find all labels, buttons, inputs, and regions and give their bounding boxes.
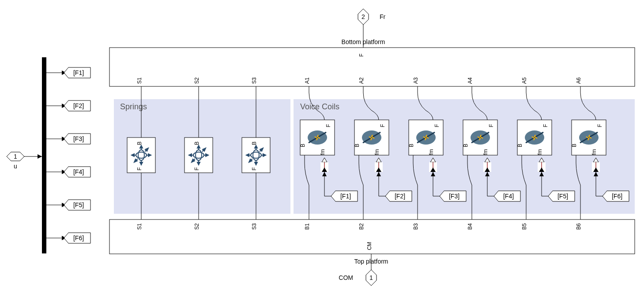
spring-port-B: B [251, 141, 257, 145]
top-platform-port-CM: CM [366, 242, 373, 250]
vc-port-F: F [380, 124, 386, 127]
port-label: A6 [576, 77, 582, 84]
output-port-label: Fr [380, 13, 386, 20]
vc-port-F: F [597, 124, 603, 127]
vc-port-B: B [463, 144, 469, 147]
spring-port-B: B [194, 141, 200, 145]
vc-port-fm: fm [537, 149, 543, 155]
port-label: S1 [136, 223, 143, 230]
goto-tag-F3[interactable]: [F3] [46, 134, 90, 144]
goto-tag-label: [F5] [73, 201, 84, 208]
spring-port-F: F [194, 167, 200, 170]
vc-port-fm: fm [482, 149, 489, 155]
goto-tag-label: [F2] [73, 102, 84, 109]
vc-port-B: B [408, 144, 414, 147]
bottom-platform-port-F: F [358, 53, 365, 56]
output-port-number: 1 [369, 274, 373, 281]
input-port-number: 1 [14, 153, 17, 160]
vc-port-F: F [325, 124, 331, 127]
port-label: A5 [521, 77, 527, 84]
port-label: B6 [576, 223, 582, 230]
from-tag-label: [F4] [503, 193, 514, 200]
from-tag-label: [F2] [395, 193, 405, 200]
port-label: S1 [136, 77, 143, 84]
port-label: A4 [467, 77, 473, 84]
spring-port-B: B [136, 141, 143, 145]
from-tag-label: [F1] [340, 193, 351, 200]
goto-tag-F6[interactable]: [F6] [46, 233, 90, 243]
port-label: B3 [413, 223, 419, 230]
arrowhead [38, 154, 42, 159]
port-label: B1 [304, 223, 310, 230]
goto-tag-label: [F4] [73, 168, 84, 175]
vc-port-B: B [354, 144, 360, 147]
output-port-COM[interactable]: 1 [366, 270, 377, 286]
springs-group-title: Springs [120, 102, 147, 111]
from-tag-label: [F3] [449, 193, 459, 200]
output-port-number: 2 [362, 13, 365, 20]
vc-port-B: B [571, 144, 577, 147]
spring-port-F: F [136, 167, 143, 170]
demux-block[interactable] [42, 57, 46, 253]
vc-port-fm: fm [428, 149, 434, 155]
goto-tag-F1[interactable]: [F1] [46, 67, 90, 78]
port-label: B2 [358, 223, 365, 230]
port-label: S3 [251, 223, 257, 230]
demux-outputs: [F1] [F2] [F3] [F4] [F5] [46, 67, 90, 243]
port-label: B4 [467, 223, 473, 230]
output-port-Fr[interactable]: 2 [358, 9, 369, 25]
input-port[interactable]: 1 [7, 152, 24, 161]
goto-tag-F2[interactable]: [F2] [46, 100, 90, 111]
port-label: S3 [251, 77, 257, 84]
vc-port-F: F [542, 124, 549, 127]
vc-port-fm: fm [374, 149, 380, 155]
bottom-platform-block[interactable] [109, 48, 635, 86]
goto-tag-label: [F1] [73, 69, 84, 76]
input-port-name: u [14, 163, 17, 170]
voicecoils-group-title: Voice Coils [300, 102, 339, 111]
port-label: A1 [304, 77, 310, 84]
output-port-label: COM [339, 274, 353, 281]
vc-port-B: B [517, 144, 523, 147]
port-label: S2 [194, 223, 200, 230]
from-tag-label: [F6] [612, 193, 622, 200]
vc-port-B: B [300, 144, 306, 147]
goto-tag-F5[interactable]: [F5] [46, 200, 90, 210]
bottom-platform-label: Bottom platform [342, 38, 385, 45]
port-label: A2 [358, 77, 365, 84]
from-tag-label: [F5] [557, 193, 568, 200]
vc-port-F: F [488, 124, 494, 127]
goto-tag-label: [F6] [73, 234, 84, 242]
port-label: S2 [194, 77, 200, 84]
spring-port-F: F [251, 167, 257, 170]
vc-port-F: F [434, 124, 440, 127]
port-label: B5 [521, 223, 527, 230]
goto-tag-F4[interactable]: [F4] [46, 167, 90, 177]
vc-port-fm: fm [591, 149, 597, 155]
vc-port-fm: fm [320, 149, 326, 155]
port-label: A3 [413, 77, 419, 84]
goto-tag-label: [F3] [73, 135, 84, 142]
